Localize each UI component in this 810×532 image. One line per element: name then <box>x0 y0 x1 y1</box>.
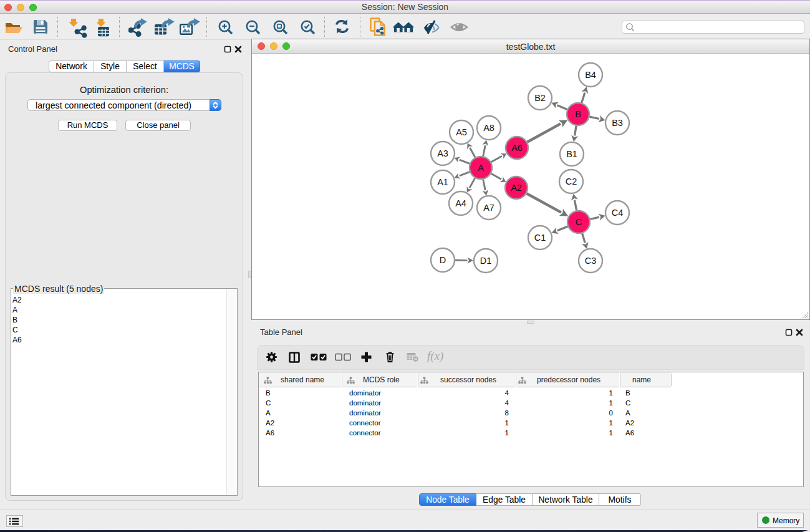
svg-text:A: A <box>478 163 484 173</box>
svg-text:C1: C1 <box>534 233 546 243</box>
svg-text:C3: C3 <box>585 256 597 266</box>
svg-text:A8: A8 <box>483 123 494 133</box>
svg-text:B2: B2 <box>534 93 546 103</box>
svg-text:B: B <box>575 109 581 119</box>
svg-text:B1: B1 <box>566 149 577 159</box>
svg-text:C: C <box>576 217 582 227</box>
svg-text:B4: B4 <box>585 70 596 80</box>
svg-text:C2: C2 <box>566 177 577 186</box>
svg-text:B3: B3 <box>612 118 623 128</box>
svg-text:C4: C4 <box>612 208 624 218</box>
svg-text:A3: A3 <box>437 148 448 158</box>
svg-text:A4: A4 <box>455 198 466 208</box>
svg-text:A6: A6 <box>511 143 523 153</box>
svg-text:A7: A7 <box>483 203 494 213</box>
svg-text:D1: D1 <box>480 256 492 266</box>
svg-text:A1: A1 <box>437 177 448 187</box>
svg-text:A5: A5 <box>456 127 467 137</box>
svg-text:D: D <box>440 255 446 265</box>
svg-text:A2: A2 <box>511 183 522 193</box>
